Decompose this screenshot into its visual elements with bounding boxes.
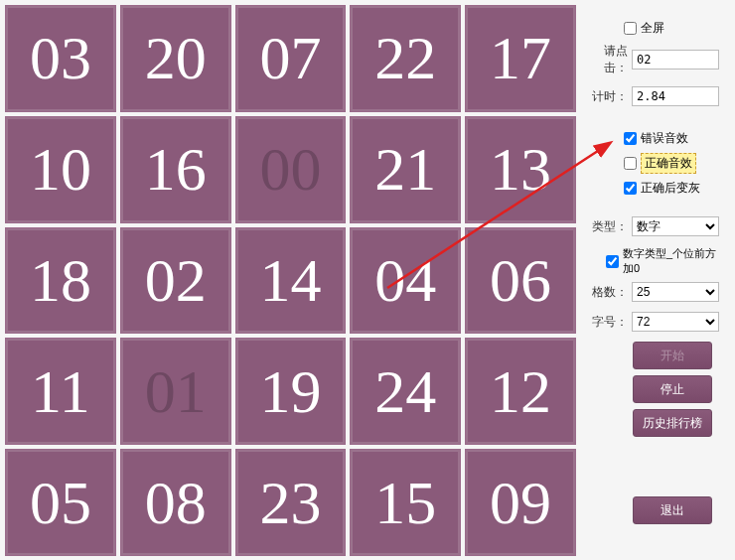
font-select[interactable]: 72 — [632, 312, 719, 332]
grid-cell[interactable]: 19 — [235, 338, 347, 445]
grid-cell[interactable]: 17 — [465, 5, 576, 112]
grid-cell[interactable]: 06 — [465, 227, 576, 335]
grid-cell[interactable]: 16 — [120, 116, 231, 223]
grid-cell[interactable]: 07 — [235, 5, 347, 112]
grid-cell[interactable]: 15 — [350, 449, 461, 556]
fullscreen-checkbox[interactable]: 全屏 — [624, 20, 727, 37]
error-sound-input[interactable] — [624, 132, 637, 145]
history-button[interactable]: 历史排行榜 — [633, 409, 712, 437]
grid-cell[interactable]: 09 — [465, 449, 576, 556]
font-label: 字号： — [588, 314, 628, 331]
count-select[interactable]: 25 — [632, 282, 719, 302]
leading-zero-input[interactable] — [606, 255, 619, 268]
gray-after-label: 正确后变灰 — [641, 180, 700, 197]
grid-cell[interactable]: 21 — [350, 116, 461, 223]
fullscreen-input[interactable] — [624, 22, 637, 35]
grid-cell[interactable]: 14 — [235, 227, 347, 335]
correct-sound-label: 正确音效 — [641, 153, 696, 174]
leading-zero-label: 数字类型_个位前方加0 — [623, 246, 727, 276]
grid-cell[interactable]: 24 — [350, 338, 461, 445]
grid-cell[interactable]: 05 — [5, 449, 116, 556]
click-prompt-label: 请点击： — [588, 43, 628, 76]
grid-cell[interactable]: 12 — [465, 338, 576, 445]
grid-cell[interactable]: 20 — [120, 5, 231, 112]
grid-cell[interactable]: 23 — [235, 449, 347, 556]
grid-cell[interactable]: 08 — [120, 449, 231, 556]
correct-sound-input[interactable] — [624, 157, 637, 170]
grid-cell[interactable]: 03 — [5, 5, 116, 112]
timer-label: 计时： — [588, 88, 628, 105]
fullscreen-label: 全屏 — [641, 20, 664, 37]
gray-after-input[interactable] — [624, 182, 637, 195]
timer-value[interactable] — [632, 86, 719, 106]
grid-cell[interactable]: 02 — [120, 227, 231, 335]
grid-cell[interactable]: 22 — [350, 5, 461, 112]
error-sound-label: 错误音效 — [641, 130, 688, 147]
schulte-grid: 0320072217101600211318021404061101192412… — [5, 5, 576, 556]
leading-zero-checkbox[interactable]: 数字类型_个位前方加0 — [606, 246, 727, 276]
gray-after-checkbox[interactable]: 正确后变灰 — [624, 180, 727, 197]
type-select[interactable]: 数字 — [632, 216, 719, 236]
control-panel: 全屏 请点击： 计时： 错误音效 正确音效 正确后变灰 类型： 数字 数字类型_… — [588, 20, 727, 530]
exit-button[interactable]: 退出 — [633, 496, 712, 524]
start-button[interactable]: 开始 — [633, 342, 712, 369]
grid-cell[interactable]: 18 — [5, 227, 116, 335]
grid-cell[interactable]: 00 — [235, 116, 347, 223]
count-label: 格数： — [588, 284, 628, 301]
grid-cell[interactable]: 01 — [120, 338, 231, 445]
grid-cell[interactable]: 11 — [5, 338, 116, 445]
grid-cell[interactable]: 10 — [5, 116, 116, 223]
click-prompt-value[interactable] — [632, 50, 719, 70]
grid-cell[interactable]: 13 — [465, 116, 576, 223]
error-sound-checkbox[interactable]: 错误音效 — [624, 130, 727, 147]
correct-sound-checkbox[interactable]: 正确音效 — [624, 153, 727, 174]
type-label: 类型： — [588, 218, 628, 235]
grid-cell[interactable]: 04 — [350, 227, 461, 335]
stop-button[interactable]: 停止 — [633, 375, 712, 403]
